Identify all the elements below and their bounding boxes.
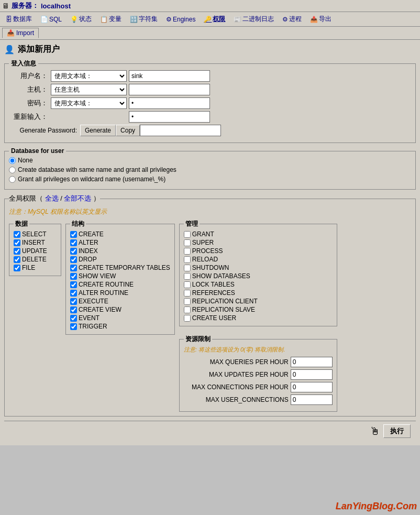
max-queries-input[interactable] xyxy=(291,357,333,367)
username-input[interactable] xyxy=(129,70,210,82)
privileges-note: 注意：MySQL 权限名称以英文显示 xyxy=(9,207,411,216)
process-checkbox[interactable] xyxy=(184,248,191,255)
resource-note: 注意: 将这些选项设为 0(零) 将取消限制. xyxy=(184,346,333,354)
admin-group-legend: 管理 xyxy=(184,220,200,228)
reenter-input[interactable] xyxy=(129,111,210,123)
reload-checkbox[interactable] xyxy=(184,256,191,263)
db-option-none: None xyxy=(9,157,411,164)
lock-tables-checkbox[interactable] xyxy=(184,281,191,288)
max-updates-row: MAX UPDATES PER HOUR xyxy=(184,369,333,380)
password-input[interactable] xyxy=(129,97,210,109)
db-wildcard-radio[interactable] xyxy=(9,176,16,183)
priv-insert: INSERT xyxy=(14,239,57,246)
nav-status[interactable]: 💡 状态 xyxy=(67,13,95,25)
priv-create-user: CREATE USER xyxy=(184,314,333,322)
max-queries-label: MAX QUERIES PER HOUR xyxy=(184,358,289,366)
show-view-checkbox[interactable] xyxy=(70,273,77,280)
file-checkbox[interactable] xyxy=(14,265,20,271)
copy-button[interactable]: Copy xyxy=(116,125,140,136)
watermark-text2: Blog.Com xyxy=(372,501,417,511)
watermark-text1: LanYing xyxy=(336,501,372,511)
delete-checkbox[interactable] xyxy=(14,256,20,263)
create-routine-checkbox[interactable] xyxy=(70,281,77,288)
index-checkbox[interactable] xyxy=(70,248,77,255)
charset-icon: 🔡 xyxy=(130,16,138,23)
db-none-radio[interactable] xyxy=(9,157,16,164)
resource-group-legend: 资源限制 xyxy=(184,335,212,344)
priv-delete: DELETE xyxy=(14,256,57,263)
drop-checkbox[interactable] xyxy=(70,256,77,263)
nav-charset[interactable]: 🔡 字符集 xyxy=(126,13,161,25)
host-input[interactable] xyxy=(129,84,210,95)
update-checkbox[interactable] xyxy=(14,248,20,255)
priv-groups: 数据 SELECT INSERT UPDATE DELETE xyxy=(9,220,411,412)
priv-alter: ALTER xyxy=(70,239,170,246)
db-create-radio[interactable] xyxy=(9,167,16,173)
priv-reload: RELOAD xyxy=(184,256,333,263)
import-tab[interactable]: 📥 Import xyxy=(2,28,39,38)
max-user-connections-input[interactable] xyxy=(291,395,333,405)
grant-checkbox[interactable] xyxy=(184,231,191,238)
priv-super: SUPER xyxy=(184,239,333,246)
nav-binlog[interactable]: 📰 二进制日志 xyxy=(230,13,278,25)
priv-shutdown: SHUTDOWN xyxy=(184,264,333,271)
create-checkbox[interactable] xyxy=(70,231,77,238)
replication-slave-checkbox[interactable] xyxy=(184,306,191,313)
nav-variables[interactable]: 📋 变量 xyxy=(96,13,125,25)
nav-processes[interactable]: ⚙ 进程 xyxy=(279,13,305,25)
max-updates-input[interactable] xyxy=(291,369,333,380)
alter-routine-checkbox[interactable] xyxy=(70,290,77,297)
select-checkbox[interactable] xyxy=(14,231,20,238)
generated-password-input[interactable] xyxy=(140,125,221,136)
watermark: LanYingBlog.Com xyxy=(336,501,417,512)
create-temp-checkbox[interactable] xyxy=(70,265,77,271)
replication-client-checkbox[interactable] xyxy=(184,298,191,305)
max-user-connections-row: MAX USER_CONNECTIONS xyxy=(184,395,333,405)
generate-button[interactable]: Generate xyxy=(80,125,116,136)
alter-checkbox[interactable] xyxy=(70,239,77,246)
priv-index: INDEX xyxy=(70,247,170,255)
show-databases-checkbox[interactable] xyxy=(184,273,191,280)
references-checkbox[interactable] xyxy=(184,290,191,297)
max-connections-input[interactable] xyxy=(291,382,333,392)
create-view-checkbox[interactable] xyxy=(70,306,77,313)
execute-button[interactable]: 执行 xyxy=(383,424,411,438)
shutdown-checkbox[interactable] xyxy=(184,265,191,271)
password-control: 使用文本域： xyxy=(51,97,210,109)
super-checkbox[interactable] xyxy=(184,239,191,246)
event-checkbox[interactable] xyxy=(70,315,77,322)
page-content: 👤 添加新用户 登入信息 用户名： 使用文本域： 主机： 任意主机 xyxy=(0,40,420,445)
resource-group: 资源限制 注意: 将这些选项设为 0(零) 将取消限制. MAX QUERIES… xyxy=(179,335,337,412)
priv-references: REFERENCES xyxy=(184,289,333,297)
nav-privileges[interactable]: 🔑 权限 xyxy=(200,13,229,25)
username-type-select[interactable]: 使用文本域： xyxy=(51,70,127,82)
reenter-label: 重新输入： xyxy=(9,112,51,122)
export-icon: 📤 xyxy=(310,16,318,23)
username-row: 用户名： 使用文本域： xyxy=(9,70,411,82)
select-all-link[interactable]: 全选 xyxy=(45,194,59,202)
max-queries-row: MAX QUERIES PER HOUR xyxy=(184,357,333,367)
nav-engines[interactable]: ⚙ Engines xyxy=(162,14,199,25)
host-control: 任意主机 xyxy=(51,84,210,95)
deselect-all-link[interactable]: 全部不选 xyxy=(64,194,91,202)
host-row: 主机： 任意主机 xyxy=(9,84,411,95)
nav-export[interactable]: 📤 导出 xyxy=(306,13,335,25)
database-icon: 🗄 xyxy=(6,16,12,23)
priv-update: UPDATE xyxy=(14,247,57,255)
create-user-checkbox[interactable] xyxy=(184,315,191,322)
execute-checkbox[interactable] xyxy=(70,298,77,305)
host-select[interactable]: 任意主机 xyxy=(51,84,127,95)
nav-sql[interactable]: 📄 SQL xyxy=(37,14,65,25)
login-legend: 登入信息 xyxy=(9,59,38,68)
data-group: 数据 SELECT INSERT UPDATE DELETE xyxy=(9,220,61,276)
top-bar: 🖥 服务器： localhost xyxy=(0,0,420,12)
priv-create-view: CREATE VIEW xyxy=(70,306,170,313)
global-privileges-section: 全局权限（ 全选 / 全部不选 ） 注意：MySQL 权限名称以英文显示 数据 … xyxy=(4,194,416,417)
password-type-select[interactable]: 使用文本域： xyxy=(51,97,127,109)
nav-database[interactable]: 🗄 数据库 xyxy=(2,13,36,25)
trigger-checkbox[interactable] xyxy=(70,323,77,330)
import-icon: 📥 xyxy=(7,29,15,37)
db-create-label: Create database with same name and grant… xyxy=(18,166,176,173)
insert-checkbox[interactable] xyxy=(14,239,20,246)
max-updates-label: MAX UPDATES PER HOUR xyxy=(184,371,289,378)
